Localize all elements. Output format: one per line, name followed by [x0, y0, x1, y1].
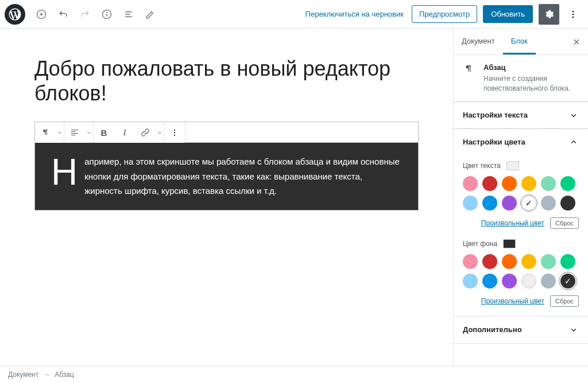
- undo-button[interactable]: [53, 4, 74, 25]
- dropcap: Н: [51, 157, 78, 188]
- paragraph-block[interactable]: Н апример, на этом скриншоте мы работаем…: [35, 143, 418, 210]
- settings-button[interactable]: [539, 4, 559, 25]
- list-icon: [123, 9, 134, 20]
- redo-button[interactable]: [75, 4, 95, 25]
- check-icon: ✓: [560, 274, 575, 289]
- close-sidebar-button[interactable]: [565, 29, 588, 54]
- block-type-button[interactable]: [35, 122, 56, 143]
- align-button[interactable]: [64, 122, 85, 143]
- color-option[interactable]: [463, 176, 478, 191]
- block-info-title: Абзац: [483, 63, 579, 72]
- custom-text-color-link[interactable]: Произвольный цвет: [481, 219, 544, 227]
- color-option[interactable]: [502, 274, 517, 289]
- color-option[interactable]: [521, 176, 536, 191]
- more-format-dropdown[interactable]: [156, 122, 164, 143]
- link-icon: [140, 127, 150, 138]
- breadcrumb-current[interactable]: Абзац: [55, 371, 74, 379]
- add-block-button[interactable]: [31, 4, 52, 25]
- bold-button[interactable]: B: [94, 122, 114, 143]
- panel-text-settings[interactable]: Настройки текста: [453, 102, 588, 129]
- tab-block[interactable]: Блок: [503, 29, 536, 54]
- paragraph-block-wrapper: B I Н апример, на этом скриншоте мы рабо…: [34, 122, 419, 211]
- block-info: Абзац Начните с создания повествовательн…: [454, 55, 588, 102]
- bg-color-swatch: [503, 239, 516, 248]
- block-toolbar: B I: [35, 122, 418, 143]
- tab-document[interactable]: Документ: [454, 29, 503, 54]
- top-toolbar: Переключиться на черновик Предпросмотр О…: [0, 0, 588, 29]
- dots-vertical-icon: [567, 9, 579, 20]
- color-option[interactable]: ✓: [521, 196, 536, 211]
- block-more-button[interactable]: [164, 122, 185, 143]
- chevron-down-icon: [568, 325, 579, 335]
- chevron-down-icon: [56, 127, 64, 138]
- wordpress-icon: [9, 8, 21, 21]
- color-option[interactable]: [463, 254, 478, 269]
- color-option[interactable]: [482, 196, 497, 211]
- settings-sidebar: Документ Блок Абзац Начните с создания п…: [453, 29, 588, 366]
- align-dropdown[interactable]: [85, 122, 93, 143]
- breadcrumb: Документ → Абзац: [0, 366, 588, 382]
- text-color-label: Цвет текста: [463, 162, 501, 170]
- sidebar-tabs: Документ Блок: [454, 29, 588, 55]
- info-button[interactable]: [96, 4, 117, 25]
- color-option[interactable]: [502, 176, 517, 191]
- undo-icon: [57, 9, 69, 20]
- dots-vertical-icon: [169, 127, 180, 138]
- color-option[interactable]: [521, 274, 536, 289]
- italic-button[interactable]: I: [114, 122, 135, 143]
- info-icon: [101, 9, 113, 20]
- paragraph-icon: [463, 63, 475, 93]
- color-option[interactable]: [463, 196, 478, 211]
- outline-button[interactable]: [118, 4, 139, 25]
- color-option[interactable]: [541, 254, 556, 269]
- color-option[interactable]: [482, 176, 497, 191]
- editor-canvas: Добро пожаловать в новый редактор блоков…: [0, 29, 453, 366]
- color-option[interactable]: [521, 254, 536, 269]
- svg-point-5: [572, 16, 574, 18]
- color-option[interactable]: [482, 274, 497, 289]
- preview-button[interactable]: Предпросмотр: [412, 5, 477, 23]
- svg-point-3: [572, 10, 574, 12]
- color-option[interactable]: [502, 196, 517, 211]
- svg-point-8: [174, 135, 175, 136]
- svg-point-6: [174, 130, 175, 131]
- reset-text-color-button[interactable]: Сброс: [550, 217, 579, 229]
- more-menu-button[interactable]: [563, 4, 583, 25]
- bg-color-label: Цвет фона: [463, 240, 497, 248]
- custom-bg-color-link[interactable]: Произвольный цвет: [481, 297, 544, 305]
- chevron-down-icon: [568, 110, 579, 120]
- paragraph-icon: [40, 127, 51, 138]
- switch-to-draft-link[interactable]: Переключиться на черновик: [299, 10, 411, 18]
- color-option[interactable]: [541, 196, 556, 211]
- block-info-desc: Начните с создания повествовательного бл…: [483, 74, 579, 93]
- block-type-dropdown[interactable]: [56, 122, 64, 143]
- panel-color-settings[interactable]: Настройки цвета: [454, 129, 588, 155]
- update-button[interactable]: Обновить: [483, 5, 533, 23]
- chevron-up-icon: [568, 137, 579, 147]
- text-color-swatch: [506, 161, 519, 170]
- svg-point-4: [572, 13, 574, 15]
- color-option[interactable]: [463, 274, 478, 289]
- post-title[interactable]: Добро пожаловать в новый редактор блоков…: [34, 56, 419, 106]
- paragraph-text: апример, на этом скриншоте мы работаем с…: [84, 157, 400, 196]
- reset-bg-color-button[interactable]: Сброс: [550, 295, 579, 307]
- color-option[interactable]: [541, 176, 556, 191]
- edit-button[interactable]: [140, 4, 161, 25]
- color-option[interactable]: ✓: [560, 274, 575, 289]
- color-option[interactable]: [560, 176, 575, 191]
- chevron-down-icon: [156, 127, 164, 138]
- color-option[interactable]: [541, 274, 556, 289]
- wordpress-logo[interactable]: [5, 4, 25, 25]
- link-button[interactable]: [135, 122, 156, 143]
- bg-color-palette: ✓: [463, 254, 579, 289]
- color-option[interactable]: [482, 254, 497, 269]
- color-option[interactable]: [560, 254, 575, 269]
- redo-icon: [79, 9, 91, 20]
- color-option[interactable]: [560, 196, 575, 211]
- breadcrumb-root[interactable]: Документ: [8, 371, 38, 379]
- panel-additional[interactable]: Дополнительно: [454, 317, 588, 343]
- pencil-icon: [145, 9, 156, 20]
- color-option[interactable]: [502, 254, 517, 269]
- svg-point-2: [106, 11, 107, 13]
- align-left-icon: [69, 127, 80, 138]
